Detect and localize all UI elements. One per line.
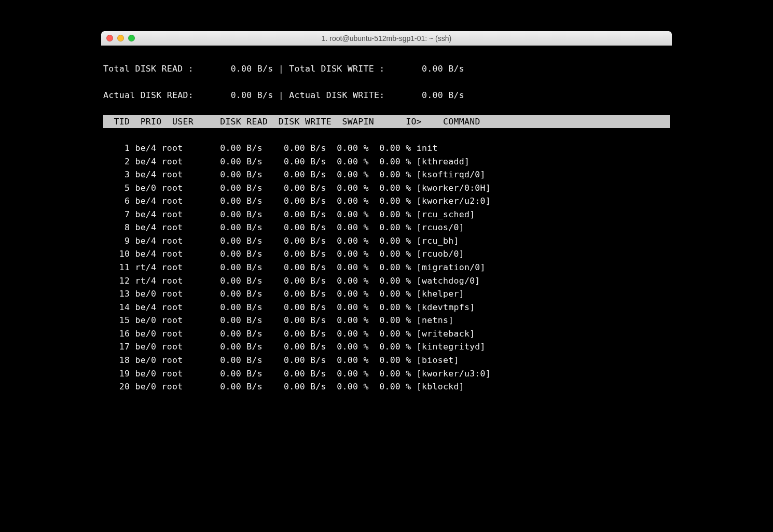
separator: | bbox=[279, 90, 284, 100]
actual-disk-read-label: Actual DISK READ: bbox=[103, 90, 194, 100]
col-tid: TID bbox=[114, 117, 130, 127]
summary-actual-row: Actual DISK READ: 0.00 B/s | Actual DISK… bbox=[103, 89, 670, 102]
actual-disk-write-label: Actual DISK WRITE: bbox=[289, 90, 384, 100]
actual-disk-read-value: 0.00 B/s bbox=[231, 90, 273, 100]
terminal-body[interactable]: Total DISK READ : 0.00 B/s | Total DISK … bbox=[101, 46, 672, 477]
col-command: COMMAND bbox=[443, 117, 480, 127]
col-disk-write: DISK WRITE bbox=[279, 117, 332, 127]
terminal-window: 1. root@ubuntu-512mb-sgp1-01: ~ (ssh) To… bbox=[101, 31, 672, 477]
minimize-icon[interactable] bbox=[117, 35, 124, 41]
column-header-row[interactable]: TID PRIO USER DISK READ DISK WRITE SWAPI… bbox=[103, 115, 670, 129]
total-disk-write-label: Total DISK WRITE : bbox=[289, 64, 384, 74]
separator: | bbox=[279, 64, 284, 74]
titlebar[interactable]: 1. root@ubuntu-512mb-sgp1-01: ~ (ssh) bbox=[101, 31, 672, 46]
col-io: IO> bbox=[406, 117, 422, 127]
col-swapin: SWAPIN bbox=[342, 117, 374, 127]
traffic-lights bbox=[106, 35, 135, 41]
close-icon[interactable] bbox=[106, 35, 113, 41]
total-disk-write-value: 0.00 B/s bbox=[422, 64, 464, 74]
col-prio: PRIO bbox=[141, 117, 162, 127]
zoom-icon[interactable] bbox=[128, 35, 135, 41]
window-title: 1. root@ubuntu-512mb-sgp1-01: ~ (ssh) bbox=[101, 34, 672, 43]
summary-total-row: Total DISK READ : 0.00 B/s | Total DISK … bbox=[103, 62, 670, 76]
total-disk-read-label: Total DISK READ : bbox=[103, 64, 194, 74]
actual-disk-write-value: 0.00 B/s bbox=[422, 90, 464, 100]
col-disk-read: DISK READ bbox=[220, 117, 268, 127]
col-user: USER bbox=[172, 117, 194, 127]
total-disk-read-value: 0.00 B/s bbox=[231, 64, 273, 74]
process-list: 1 be/4 root 0.00 B/s 0.00 B/s 0.00 % 0.0… bbox=[103, 143, 491, 391]
